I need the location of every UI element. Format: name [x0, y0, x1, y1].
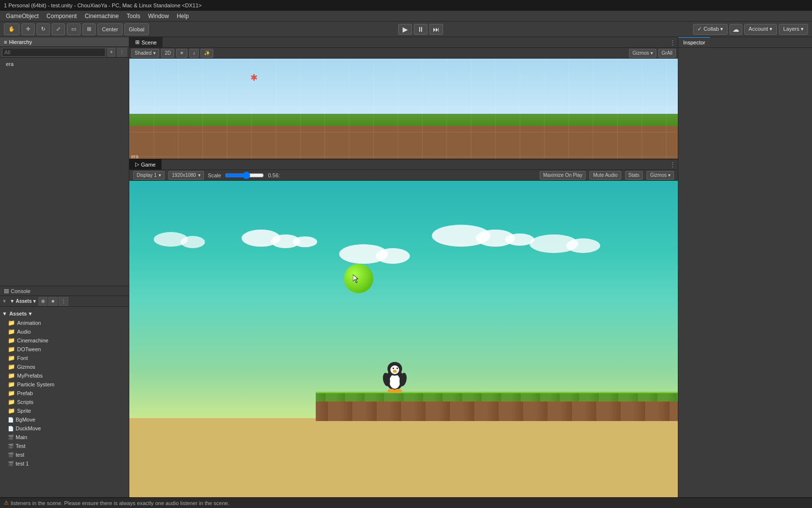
global-button[interactable]: Global — [124, 23, 149, 35]
folder-gizmos[interactable]: 📁 Gizmos — [2, 362, 127, 371]
scene-test[interactable]: 🎬 Test — [2, 442, 127, 450]
folder-icon: 📁 — [8, 372, 15, 379]
svg-point-13 — [394, 389, 402, 393]
pause-button[interactable]: ⏸ — [414, 24, 427, 35]
folder-icon: 📁 — [8, 399, 15, 405]
folder-font[interactable]: 📁 Font — [2, 354, 127, 362]
menu-bar: GameObject Component Cinemachine Tools W… — [0, 11, 812, 21]
folder-icon: 📁 — [8, 328, 15, 335]
tool-rotate[interactable]: ↻ — [37, 23, 50, 35]
stats-btn[interactable]: Stats — [625, 171, 643, 180]
cloud-button[interactable]: ☁ — [730, 24, 742, 35]
assets-collapse-icon: ▼ — [2, 311, 7, 317]
account-button[interactable]: Account ▾ — [744, 24, 777, 35]
console-tab[interactable]: ▤ Console — [0, 286, 129, 296]
game-tab[interactable]: ▷ Game — [129, 159, 162, 169]
folder-icon: 📁 — [8, 337, 15, 344]
light-btn[interactable]: ☀ — [176, 49, 187, 58]
menu-help[interactable]: Help — [173, 12, 193, 21]
scene-panel: ⊞ Scene ⋮ Shaded ▾ 2D ☀ ♪ ✨ Gizmos ▾ — [129, 37, 678, 159]
tool-move[interactable]: ✛ — [21, 23, 35, 35]
scene-test2[interactable]: 🎬 test — [2, 450, 127, 459]
audio-btn[interactable]: ♪ — [189, 49, 199, 58]
game-tab-bar: ▷ Game ⋮ — [129, 159, 678, 170]
console-star[interactable]: ★ — [48, 297, 58, 306]
toolbar: ✋ ✛ ↻ ⤢ ▭ ⊞ Center Global ▶ ⏸ ⏭ ✓ Collab… — [0, 21, 812, 37]
menu-cinemachine[interactable]: Cinemachine — [81, 12, 122, 21]
folder-scripts[interactable]: 📁 Scripts — [2, 398, 127, 406]
hierarchy-search-input[interactable] — [2, 48, 105, 57]
menu-component[interactable]: Component — [42, 12, 81, 21]
hierarchy-options-btn[interactable]: ⋮ — [117, 48, 127, 57]
console-search[interactable]: ⋮ — [59, 297, 68, 306]
folder-prefab[interactable]: 📁 Prefab — [2, 389, 127, 398]
resolution-dropdown[interactable]: 1920x1080 ▾ — [168, 171, 204, 180]
folder-myprefabs[interactable]: 📁 MyPrefabs — [2, 371, 127, 380]
scene-view: ✱ era — [129, 59, 678, 159]
folder-icon: 📁 — [8, 363, 15, 370]
right-panel: Inspector — [678, 37, 812, 497]
folder-dotween[interactable]: 📁 DOTween — [2, 345, 127, 354]
shading-dropdown[interactable]: Shaded ▾ — [131, 49, 159, 58]
play-controls: ▶ ⏸ ⏭ — [151, 24, 691, 35]
hierarchy-tab[interactable]: ≡ Hierarchy — [0, 37, 129, 47]
folder-particle[interactable]: 📁 Particle System — [2, 380, 127, 389]
scene-toolbar: Shaded ▾ 2D ☀ ♪ ✨ Gizmos ▾ GrAll — [129, 48, 678, 59]
menu-tools[interactable]: Tools — [122, 12, 144, 21]
fx-btn[interactable]: ✨ — [201, 49, 213, 58]
hierarchy-add-btn[interactable]: + — [107, 48, 115, 57]
scene-test1[interactable]: 🎬 test 1 — [2, 459, 127, 468]
scene-icon: 🎬 — [8, 461, 14, 466]
folder-audio[interactable]: 📁 Audio — [2, 327, 127, 336]
scene-icon: 🎬 — [8, 435, 14, 440]
scene-tab-bar: ⊞ Scene ⋮ — [129, 37, 678, 48]
menu-window[interactable]: Window — [144, 12, 173, 21]
script-duckmove[interactable]: 📄 DuckMove — [2, 424, 127, 433]
script-bgmove[interactable]: 📄 BgMove — [2, 415, 127, 424]
scene-main[interactable]: 🎬 Main — [2, 433, 127, 442]
status-message: listeners in the scene. Please ensure th… — [11, 500, 229, 506]
folder-cinemachine[interactable]: 📁 Cinemachine — [2, 336, 127, 345]
console-clear[interactable]: ⊕ — [39, 297, 47, 306]
scene-grid — [129, 59, 678, 159]
folder-animation[interactable]: 📁 Animation — [2, 318, 127, 327]
game-view — [129, 181, 678, 497]
center-panel: ⊞ Scene ⋮ Shaded ▾ 2D ☀ ♪ ✨ Gizmos ▾ — [129, 37, 678, 497]
game-ground — [129, 418, 678, 497]
platform-grass — [316, 392, 678, 402]
folder-icon: 📁 — [8, 319, 15, 326]
grall-dropdown[interactable]: GrAll — [658, 49, 676, 58]
layers-button[interactable]: Layers ▾ — [779, 24, 808, 35]
scale-slider[interactable] — [225, 171, 264, 179]
camera-label-text: era — [131, 154, 138, 159]
tool-scale[interactable]: ⤢ — [52, 23, 65, 35]
hierarchy-item-camera[interactable]: era — [2, 60, 127, 68]
tool-multi[interactable]: ⊞ — [82, 23, 96, 35]
collab-icon: ✓ — [697, 26, 702, 32]
scale-value: 0.56: — [268, 172, 280, 178]
center-button[interactable]: Center — [98, 23, 122, 35]
menu-gameobject[interactable]: GameObject — [2, 12, 42, 21]
title-text: 1 Personal (64bit) - test.unity - ChouXi… — [4, 2, 202, 8]
platform-dirt — [316, 402, 678, 421]
game-gizmos-dropdown[interactable]: Gizmos ▾ — [647, 171, 674, 180]
tool-hand[interactable]: ✋ — [4, 23, 20, 35]
collab-button[interactable]: ✓ Collab ▾ — [693, 24, 728, 35]
display-dropdown[interactable]: Display 1 ▾ — [133, 171, 164, 180]
scene-panel-menu[interactable]: ⋮ — [668, 39, 678, 46]
play-button[interactable]: ▶ — [398, 24, 412, 35]
scale-label: Scale — [208, 172, 222, 178]
2d-button[interactable]: 2D — [161, 49, 174, 58]
step-button[interactable]: ⏭ — [429, 24, 443, 35]
console-toolbar: ▼ ▼ Assets ▾ ⊕ ★ ⋮ — [0, 296, 129, 307]
maximize-btn[interactable]: Maximize On Play — [540, 171, 586, 180]
folder-sprite[interactable]: 📁 Sprite — [2, 406, 127, 415]
tool-rect[interactable]: ▭ — [67, 23, 81, 35]
game-panel-menu[interactable]: ⋮ — [668, 161, 678, 168]
scene-tab[interactable]: ⊞ Scene — [129, 37, 162, 47]
gizmos-dropdown[interactable]: Gizmos ▾ — [629, 49, 656, 58]
assets-title: ▼ Assets ▾ — [8, 297, 38, 306]
status-bar: ⚠ listeners in the scene. Please ensure … — [0, 497, 812, 508]
mute-btn[interactable]: Mute Audio — [589, 171, 621, 180]
inspector-tab[interactable]: Inspector — [678, 37, 710, 47]
